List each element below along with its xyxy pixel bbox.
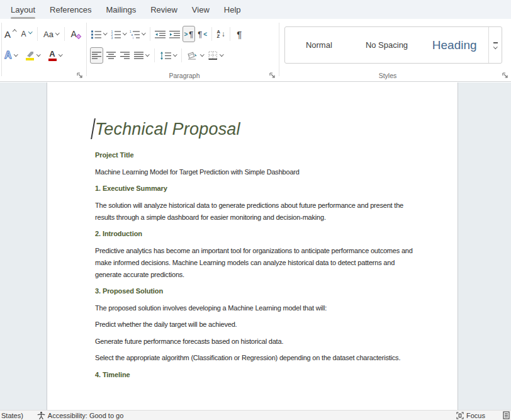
highlighter-icon [25, 50, 35, 60]
doc-para[interactable]: Machine Learning Model for Target Predic… [95, 166, 413, 178]
shading-button[interactable] [186, 47, 205, 64]
separator [181, 48, 182, 62]
doc-heading[interactable]: 3. Proposed Solution [95, 285, 413, 297]
separator [230, 27, 230, 41]
grow-font-glyph: A [4, 29, 11, 40]
chevron-down-icon [142, 31, 145, 35]
tab-layout[interactable]: Layout [11, 5, 35, 14]
chevron-down-icon [103, 31, 107, 35]
sort-button[interactable]: AZ ↓ [215, 26, 227, 42]
status-bar: States) Accessibility: Good to go Focus [0, 410, 511, 420]
chevron-down-icon [220, 52, 223, 56]
doc-para[interactable]: The proposed solution involves developin… [95, 302, 413, 314]
separator [150, 27, 150, 41]
doc-para[interactable]: Generate future performance forecasts ba… [95, 336, 413, 348]
align-left-button[interactable] [90, 47, 103, 64]
style-heading[interactable]: Heading [420, 27, 488, 63]
style-normal[interactable]: Normal [285, 27, 353, 63]
document-page[interactable]: Technical ProposalProject TitleMachine L… [47, 82, 458, 410]
align-right-button[interactable] [119, 47, 131, 64]
change-case-button[interactable]: Aa [42, 26, 60, 42]
ribbon-tab-bar: LayoutReferencesMailingsReviewViewHelp [0, 0, 511, 19]
bullets-button[interactable] [90, 26, 108, 42]
doc-para[interactable]: The solution will analyze historical dat… [95, 200, 413, 224]
rtl-text-direction-button[interactable]: ¶ < [196, 26, 208, 42]
caret-up-icon [13, 30, 16, 33]
chevron-down-icon [55, 31, 59, 35]
text-effects-button[interactable]: A [3, 47, 18, 64]
language-indicator[interactable]: States) [1, 412, 23, 419]
borders-button[interactable] [207, 47, 225, 64]
justify-icon [134, 52, 143, 59]
text-highlight-button[interactable] [24, 47, 42, 64]
borders-icon [208, 51, 218, 60]
font-color-button[interactable]: A [47, 47, 64, 64]
paragraph-group-row1: 123 1ai > ¶ ¶ < [90, 25, 245, 43]
chevron-down-icon [123, 31, 126, 35]
increase-indent-button[interactable] [168, 26, 181, 42]
chevron-down-icon [173, 52, 177, 56]
focus-mode-icon [456, 412, 464, 419]
clear-formatting-glyph: A [70, 29, 76, 39]
styles-dialog-launcher[interactable] [502, 72, 509, 79]
multilevel-list-icon: 1ai [130, 30, 140, 39]
doc-heading[interactable]: 1. Executive Summary [95, 183, 413, 195]
style-normal-label: Normal [306, 40, 332, 50]
tab-references[interactable]: References [50, 5, 91, 14]
show-formatting-marks-button[interactable]: ¶ [233, 26, 245, 42]
separator [64, 27, 65, 41]
read-mode-icon[interactable] [503, 411, 510, 419]
chevron-down-icon [145, 52, 149, 56]
font-dialog-launcher[interactable] [76, 72, 84, 79]
doc-heading[interactable]: 2. Introduction [95, 228, 413, 240]
accessibility-status[interactable]: Accessibility: Good to go [37, 411, 123, 419]
doc-heading[interactable]: Project Title [95, 149, 413, 161]
tab-review[interactable]: Review [150, 5, 177, 14]
line-spacing-icon [160, 52, 171, 60]
pilcrow-glyph: ¶ [189, 30, 193, 39]
align-center-icon [106, 52, 116, 59]
shrink-font-button[interactable]: A [20, 26, 33, 42]
doc-title[interactable]: Technical Proposal [95, 118, 413, 140]
style-no-spacing[interactable]: No Spacing [353, 27, 421, 63]
caret-down-icon [28, 30, 32, 33]
tab-view[interactable]: View [192, 5, 210, 14]
focus-mode-button[interactable]: Focus [466, 412, 485, 419]
paragraph-group-row2 [90, 47, 224, 64]
doc-para[interactable]: Select the appropriate algorithm (Classi… [95, 352, 413, 364]
justify-button[interactable] [133, 47, 150, 64]
multilevel-list-button[interactable]: 1ai [128, 26, 147, 42]
decrease-indent-button[interactable] [154, 26, 167, 42]
doc-para[interactable]: Predict whether the daily target will be… [95, 319, 413, 331]
styles-gallery-more-button[interactable] [488, 27, 502, 63]
group-separator [1, 23, 2, 76]
down-arrow-icon: ↓ [222, 30, 225, 38]
chevron-down-icon [36, 52, 40, 56]
change-case-glyph: Aa [43, 30, 53, 39]
accessibility-icon [37, 411, 45, 419]
ribbon: A A Aa A A [0, 19, 511, 82]
text-cursor [91, 118, 95, 139]
styles-gallery: Normal No Spacing Heading [284, 26, 502, 64]
ltr-text-direction-button[interactable]: > ¶ [182, 26, 196, 42]
tab-help[interactable]: Help [224, 5, 241, 14]
doc-heading[interactable]: 4. Timeline [95, 369, 413, 381]
clear-formatting-button[interactable]: A [69, 26, 81, 42]
align-left-icon [92, 52, 101, 59]
separator [37, 27, 38, 41]
numbered-list-icon: 123 [111, 30, 121, 39]
paragraph-dialog-launcher[interactable] [269, 72, 276, 79]
tab-mailings[interactable]: Mailings [106, 5, 137, 14]
pilcrow-glyph: ¶ [198, 30, 202, 39]
more-bar [493, 42, 498, 43]
styles-group-label: Styles [281, 72, 495, 79]
line-spacing-button[interactable] [159, 47, 178, 64]
style-no-spacing-label: No Spacing [366, 40, 408, 50]
styles-items: Normal No Spacing Heading [285, 27, 488, 63]
align-center-button[interactable] [105, 47, 117, 64]
increase-indent-icon [169, 30, 180, 38]
doc-para[interactable]: Predictive analytics has become an impor… [95, 245, 413, 281]
grow-font-button[interactable]: A [3, 26, 18, 42]
chevron-down-icon [200, 52, 204, 56]
numbering-button[interactable]: 123 [110, 26, 128, 42]
